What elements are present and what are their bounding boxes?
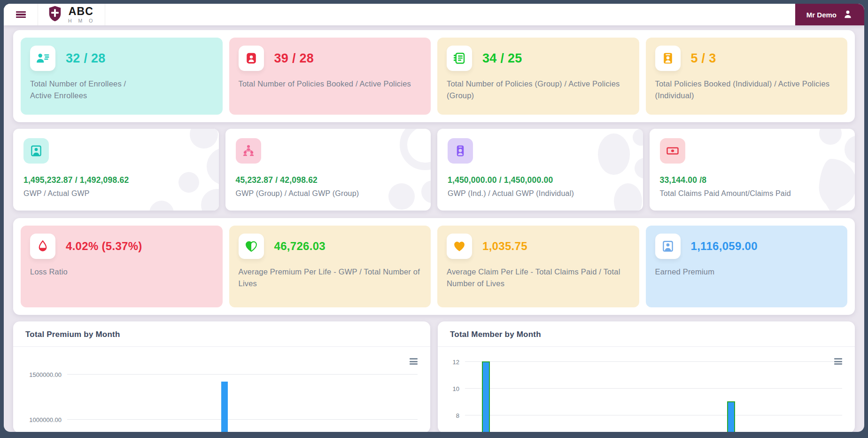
brand-name: ABC [69, 6, 93, 17]
card-gwp-individual: 1,450,000.00 / 1,450,000.00 GWP (Ind.) /… [437, 129, 643, 211]
bar [482, 361, 490, 432]
stat-label: Average Premium Per Life - GWP / Total N… [239, 266, 422, 289]
card-gwp: 1,495,232.87 / 1,492,098.62 GWP / Actual… [13, 129, 219, 211]
stat-value: 34 / 25 [482, 51, 522, 66]
header-spacer [105, 4, 795, 25]
gridline: 12 [465, 361, 842, 362]
chart-total-premium: Total Premium by Month 1500000.001000000… [13, 321, 430, 432]
card-enrollees: 32 / 28 Total Number of Enrollees / Acti… [21, 38, 223, 115]
stat-label: Total Claims Paid Amount/Claims Paid [660, 189, 845, 198]
stat-value: 32 / 28 [66, 51, 106, 66]
card-policies-individual: 5 / 3 Total Policies Booked (Individual)… [646, 38, 848, 115]
stat-value: 4.02% (5.37%) [66, 240, 142, 253]
user-name: Mr Demo [806, 11, 837, 19]
y-tick-label: 8 [456, 412, 465, 419]
gridline: 8 [465, 415, 842, 415]
stat-label: Total Number of Policies Booked / Active… [239, 78, 422, 90]
user-icon [843, 9, 853, 21]
card-average-claim: 1,035.75 Average Claim Per Life - Total … [437, 226, 639, 307]
stat-label: GWP / Actual GWP [23, 189, 209, 198]
main-content: 32 / 28 Total Number of Enrollees / Acti… [4, 25, 864, 432]
brand-subtitle: H M O [68, 18, 95, 23]
stat-value: 45,232.87 / 42,098.62 [236, 175, 421, 185]
stat-label: Total Policies Booked (Individual) / Act… [655, 78, 838, 102]
chart-plot: 1500000.001000000.00 [13, 347, 430, 432]
stat-label: Earned Premium [655, 266, 838, 278]
stat-label: Total Number of Policies (Group) / Activ… [447, 78, 630, 102]
y-tick-label: 1000000.00 [29, 416, 67, 423]
policy-badge-icon [239, 46, 264, 71]
card-average-premium: 46,726.03 Average Premium Per Life - GWP… [229, 226, 431, 307]
dashboard-page: ABC H M O Mr Demo 32 / 28 Total Number [4, 4, 864, 432]
chart-plot: 12108 [438, 347, 855, 432]
banknote-icon [660, 138, 685, 164]
bar [221, 382, 228, 432]
top-header: ABC H M O Mr Demo [4, 4, 864, 25]
stat-label: Loss Ratio [30, 266, 213, 278]
stats-row-gwp: 1,495,232.87 / 1,492,098.62 GWP / Actual… [13, 129, 855, 211]
brand-logo[interactable]: ABC H M O [38, 4, 105, 25]
stat-value: 46,726.03 [274, 240, 326, 253]
group-hierarchy-icon [236, 138, 261, 164]
enrollees-icon [30, 46, 55, 71]
y-tick-label: 1500000.00 [29, 371, 67, 378]
stats-panel-counts: 32 / 28 Total Number of Enrollees / Acti… [13, 30, 855, 122]
group-policies-notebook-icon [447, 46, 472, 71]
y-tick-label: 12 [453, 359, 465, 366]
card-policies-group: 34 / 25 Total Number of Policies (Group)… [437, 38, 639, 115]
plot-area: 1500000.001000000.00 [67, 347, 418, 432]
gridline: 10 [465, 388, 842, 389]
stat-value: 33,144.00 /8 [660, 175, 845, 185]
heart-icon [447, 234, 472, 259]
stat-value: 1,116,059.00 [691, 240, 758, 253]
chart-menu-icon[interactable] [410, 358, 418, 365]
card-decoration [769, 129, 855, 211]
stat-label: GWP (Ind.) / Actual GWP (Individual) [448, 189, 633, 198]
chart-menu-icon[interactable] [834, 358, 842, 365]
card-policies-booked: 39 / 28 Total Number of Policies Booked … [229, 38, 431, 115]
stat-value: 1,035.75 [482, 240, 527, 253]
stat-value: 1,450,000.00 / 1,450,000.00 [448, 175, 633, 185]
hamburger-icon [16, 10, 26, 19]
earned-premium-portrait-icon [655, 234, 681, 259]
stat-label: GWP (Group) / Actual GWP (Group) [236, 189, 421, 198]
chart-title: Total Premium by Month [13, 321, 430, 347]
charts-row: Total Premium by Month 1500000.001000000… [13, 321, 855, 432]
shield-plus-icon [47, 5, 62, 24]
stats-panel-ratios: 4.02% (5.37%) Loss Ratio 46,726.03 Avera… [13, 218, 855, 315]
individual-policy-card-icon [655, 46, 681, 71]
bar [727, 401, 735, 432]
phone-person-icon [448, 138, 473, 164]
gridline: 1000000.00 [67, 419, 418, 420]
chart-total-member: Total Member by Month 12108 [438, 321, 855, 432]
chart-title: Total Member by Month [438, 321, 855, 347]
portrait-icon [23, 138, 49, 164]
stat-label: Total Number of Enrollees / Active Enrol… [30, 78, 213, 102]
card-decoration [133, 129, 219, 211]
card-earned-premium: 1,116,059.00 Earned Premium [646, 226, 848, 307]
stat-value: 5 / 3 [691, 51, 716, 66]
half-heart-icon [239, 234, 264, 259]
card-gwp-group: 45,232.87 / 42,098.62 GWP (Group) / Actu… [225, 129, 431, 211]
card-decoration [558, 129, 643, 211]
droplet-icon [30, 234, 55, 259]
stat-value: 1,495,232.87 / 1,492,098.62 [23, 175, 209, 185]
card-claims-paid: 33,144.00 /8 Total Claims Paid Amount/Cl… [650, 129, 855, 211]
user-menu[interactable]: Mr Demo [795, 4, 864, 25]
stat-value: 39 / 28 [274, 51, 314, 66]
plot-area: 12108 [465, 347, 842, 432]
card-loss-ratio: 4.02% (5.37%) Loss Ratio [21, 226, 223, 307]
card-decoration [345, 129, 431, 211]
y-tick-label: 10 [453, 385, 465, 392]
stat-label: Average Claim Per Life - Total Claims Pa… [447, 266, 630, 289]
sidebar-toggle-button[interactable] [4, 4, 38, 25]
gridline: 1500000.00 [67, 374, 418, 375]
